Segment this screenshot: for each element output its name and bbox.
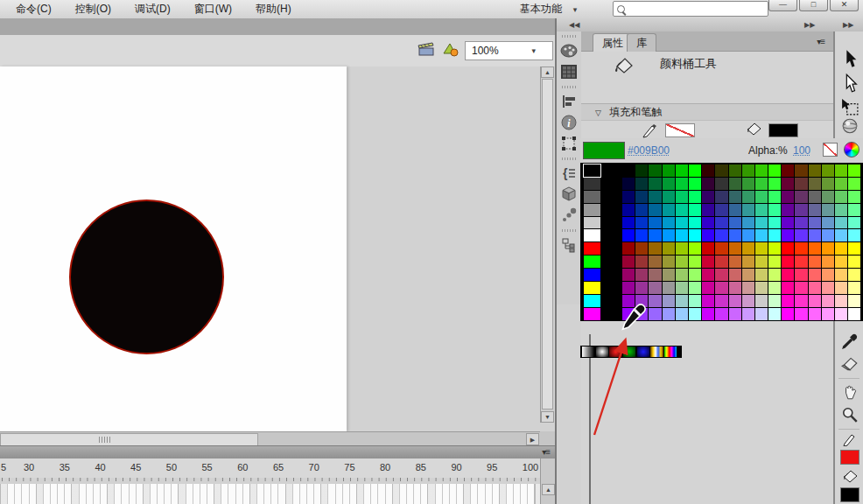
palette-swatch[interactable] [622,191,635,203]
palette-swatch[interactable] [755,256,768,268]
panel-gripper[interactable] [562,86,576,88]
palette-swatch[interactable] [782,269,794,281]
palette-swatch[interactable] [649,269,661,281]
palette-swatch[interactable] [584,269,600,281]
palette-swatch[interactable] [768,256,781,268]
menu-item[interactable]: 调试(D) [135,2,171,17]
palette-swatch[interactable] [729,282,741,294]
palette-swatch[interactable] [649,295,661,307]
vertical-scrollbar[interactable]: ▲ ▼ [540,66,554,423]
edit-scene-button[interactable] [417,42,437,58]
palette-swatch[interactable] [663,256,675,268]
palette-swatch[interactable] [676,217,688,229]
palette-swatch[interactable] [782,217,794,229]
palette-swatch[interactable] [848,295,860,307]
palette-swatch[interactable] [689,191,701,203]
palette-swatch[interactable] [663,282,675,294]
palette-swatch[interactable] [795,308,807,320]
palette-swatch[interactable] [635,295,648,307]
palette-swatch[interactable] [729,308,741,320]
palette-swatch[interactable] [663,295,675,307]
palette-swatch[interactable] [848,282,860,294]
palette-swatch[interactable] [835,164,847,177]
palette-swatch[interactable] [729,217,741,229]
palette-swatch[interactable] [635,242,648,255]
palette-swatch[interactable] [755,191,768,203]
panel-gripper[interactable] [562,229,576,232]
palette-swatch[interactable] [809,295,821,307]
palette-swatch[interactable] [729,295,741,307]
palette-swatch[interactable] [715,164,727,177]
palette-swatch[interactable] [755,204,768,216]
palette-swatch[interactable] [702,242,714,255]
palette-swatch[interactable] [689,204,701,216]
palette-swatch[interactable] [848,164,860,177]
palette-swatch[interactable] [689,282,701,294]
palette-swatch[interactable] [755,229,768,242]
menu-item[interactable]: 帮助(H) [256,2,291,17]
palette-swatch[interactable] [755,308,768,320]
gold-blue-stripes-gradient-swatch[interactable] [650,346,663,357]
palette-swatch[interactable] [795,164,807,177]
palette-swatch[interactable] [649,204,661,216]
palette-swatch[interactable] [584,256,600,268]
no-color-button[interactable] [823,143,838,157]
palette-swatch[interactable] [649,217,661,229]
palette-swatch[interactable] [809,256,821,268]
selection-tool[interactable] [841,49,859,66]
palette-swatch[interactable] [676,178,688,190]
palette-swatch[interactable] [809,269,821,281]
palette-swatch[interactable] [689,217,701,229]
palette-swatch[interactable] [649,256,661,268]
palette-swatch[interactable] [702,295,714,307]
horizontal-scrollbar[interactable]: ▶ [0,431,540,446]
menu-item[interactable]: 命令(C) [16,2,52,17]
palette-swatch[interactable] [742,269,754,281]
color-panel-icon[interactable] [558,41,579,60]
palette-swatch[interactable] [822,295,834,307]
palette-swatch[interactable] [635,282,648,294]
palette-swatch[interactable] [702,204,714,216]
palette-swatch[interactable] [715,217,727,229]
palette-swatch[interactable] [676,242,688,255]
scroll-right-button[interactable]: ▶ [526,433,539,445]
palette-swatch[interactable] [782,204,794,216]
expand-panels-icon[interactable]: ▶▶ [804,21,815,29]
palette-swatch[interactable] [768,242,781,255]
palette-swatch[interactable] [715,229,727,242]
palette-swatch[interactable] [689,256,701,268]
palette-swatch[interactable] [768,164,781,177]
palette-swatch[interactable] [622,269,635,281]
panel-menu-icon[interactable]: ▾≡ [817,37,824,46]
align-panel-icon[interactable] [558,92,579,111]
components-panel-icon[interactable] [558,185,579,204]
palette-swatch[interactable] [729,164,741,177]
palette-swatch[interactable] [702,229,714,242]
palette-swatch[interactable] [809,282,821,294]
palette-swatch[interactable] [755,269,768,281]
eyedropper-tool[interactable] [841,332,859,350]
rainbow-gradient-swatch[interactable] [664,346,677,357]
info-panel-icon[interactable]: i [558,113,579,132]
palette-swatch[interactable] [715,242,727,255]
palette-swatch[interactable] [848,204,860,216]
palette-swatch[interactable] [782,191,794,203]
panel-menu-icon[interactable]: ▾≡ [542,447,550,457]
palette-swatch[interactable] [663,204,675,216]
palette-swatch[interactable] [622,204,635,216]
palette-swatch[interactable] [676,269,688,281]
palette-swatch[interactable] [822,217,834,229]
window-maximize-button[interactable]: □ [799,0,828,11]
radial-blue-gradient-swatch[interactable] [637,346,649,357]
panel-gripper[interactable] [562,35,576,38]
palette-swatch[interactable] [702,178,714,190]
palette-swatch[interactable] [822,204,834,216]
expand-tools-icon[interactable]: ▶▶ [843,21,853,29]
free-transform-tool[interactable] [841,98,859,116]
palette-swatch[interactable] [782,295,794,307]
palette-swatch[interactable] [584,178,600,190]
palette-swatch[interactable] [795,256,807,268]
alpha-value-field[interactable]: 100 [793,144,810,157]
palette-swatch[interactable] [676,191,688,203]
zoom-tool[interactable] [841,406,859,424]
